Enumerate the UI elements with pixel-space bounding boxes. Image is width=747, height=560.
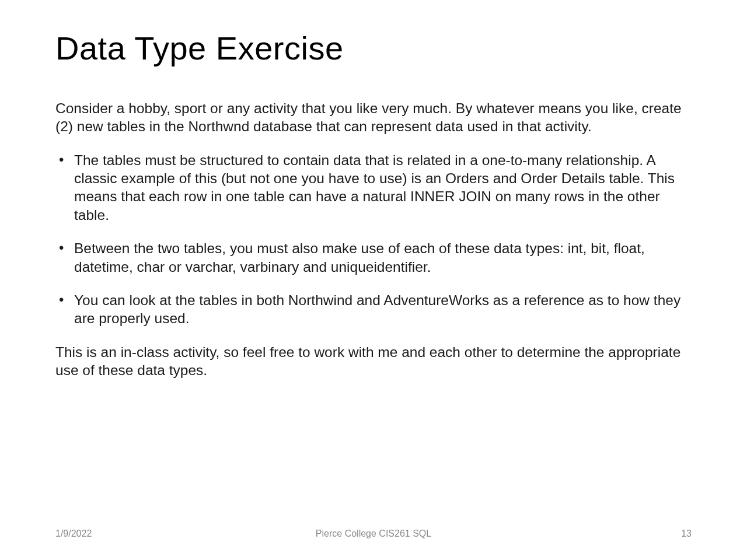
outro-paragraph: This is an in-class activity, so feel fr… <box>55 343 692 380</box>
slide-container: Data Type Exercise Consider a hobby, spo… <box>0 0 747 560</box>
bullet-list: The tables must be structured to contain… <box>73 151 692 328</box>
footer-date: 1/9/2022 <box>55 528 92 539</box>
footer-course: Pierce College CIS261 SQL <box>316 528 431 539</box>
footer-page-number: 13 <box>681 528 692 539</box>
bullet-item: You can look at the tables in both North… <box>73 291 692 328</box>
bullet-item: Between the two tables, you must also ma… <box>73 239 692 276</box>
slide-footer: 1/9/2022 Pierce College CIS261 SQL 13 <box>0 528 747 539</box>
slide-title: Data Type Exercise <box>55 29 692 67</box>
intro-paragraph: Consider a hobby, sport or any activity … <box>55 99 692 136</box>
bullet-item: The tables must be structured to contain… <box>73 151 692 224</box>
